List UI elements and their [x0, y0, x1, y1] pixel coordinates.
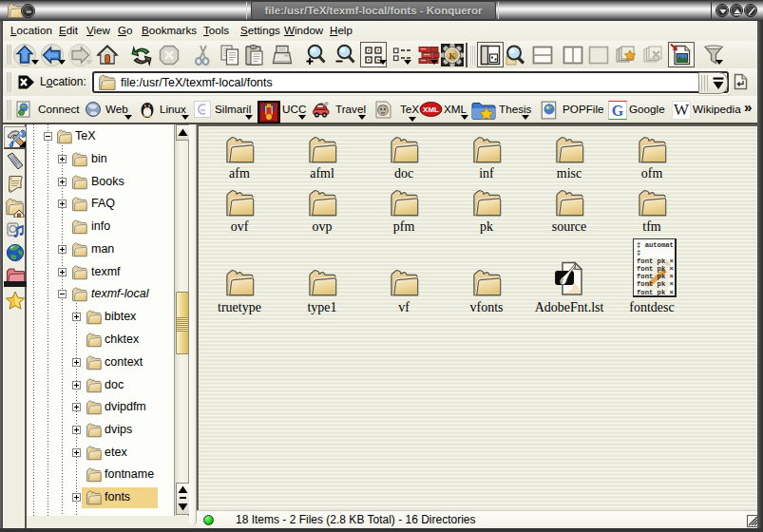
svg-text:G: G [612, 103, 624, 119]
svg-text:K: K [448, 51, 455, 61]
svg-text:XML: XML [423, 105, 439, 114]
svg-text:W: W [674, 101, 690, 119]
svg-text:●●: ●● [200, 107, 205, 112]
